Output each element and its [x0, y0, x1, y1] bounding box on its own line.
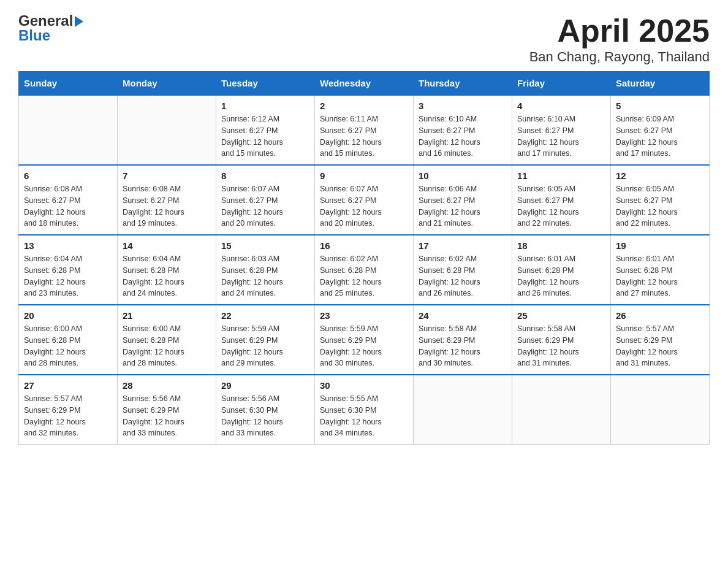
- day-number: 19: [616, 240, 704, 251]
- day-info: Sunrise: 6:02 AM Sunset: 6:28 PM Dayligh…: [419, 253, 507, 299]
- calendar-day-cell: 8Sunrise: 6:07 AM Sunset: 6:27 PM Daylig…: [216, 165, 315, 235]
- day-number: 30: [320, 380, 408, 391]
- page-title: April 2025: [529, 12, 710, 49]
- day-number: 29: [221, 380, 309, 391]
- day-info: Sunrise: 6:06 AM Sunset: 6:27 PM Dayligh…: [419, 183, 507, 229]
- day-number: 22: [221, 310, 309, 321]
- day-number: 27: [24, 380, 112, 391]
- calendar-day-cell: [414, 375, 512, 445]
- day-number: 8: [221, 170, 309, 181]
- day-info: Sunrise: 6:01 AM Sunset: 6:28 PM Dayligh…: [616, 253, 704, 299]
- day-number: 3: [419, 101, 507, 111]
- day-info: Sunrise: 5:57 AM Sunset: 6:29 PM Dayligh…: [616, 323, 704, 369]
- calendar-day-cell: 19Sunrise: 6:01 AM Sunset: 6:28 PM Dayli…: [611, 235, 710, 305]
- day-number: 20: [24, 310, 112, 321]
- calendar-day-cell: [19, 95, 118, 165]
- day-info: Sunrise: 5:59 AM Sunset: 6:29 PM Dayligh…: [221, 323, 309, 369]
- calendar-day-cell: 17Sunrise: 6:02 AM Sunset: 6:28 PM Dayli…: [414, 235, 512, 305]
- calendar-day-cell: 30Sunrise: 5:55 AM Sunset: 6:30 PM Dayli…: [315, 375, 414, 445]
- calendar-day-cell: 11Sunrise: 6:05 AM Sunset: 6:27 PM Dayli…: [512, 165, 611, 235]
- day-info: Sunrise: 6:04 AM Sunset: 6:28 PM Dayligh…: [24, 253, 112, 299]
- day-info: Sunrise: 6:00 AM Sunset: 6:28 PM Dayligh…: [123, 323, 211, 369]
- day-info: Sunrise: 6:07 AM Sunset: 6:27 PM Dayligh…: [320, 183, 408, 229]
- weekday-header-friday: Friday: [512, 72, 611, 96]
- day-number: 11: [517, 170, 605, 181]
- day-info: Sunrise: 6:11 AM Sunset: 6:27 PM Dayligh…: [320, 113, 408, 159]
- day-info: Sunrise: 6:12 AM Sunset: 6:27 PM Dayligh…: [221, 113, 309, 159]
- day-number: 23: [320, 310, 408, 321]
- calendar-day-cell: 28Sunrise: 5:56 AM Sunset: 6:29 PM Dayli…: [118, 375, 216, 445]
- calendar-day-cell: 14Sunrise: 6:04 AM Sunset: 6:28 PM Dayli…: [118, 235, 216, 305]
- day-number: 28: [123, 380, 211, 391]
- day-number: 17: [419, 240, 507, 251]
- day-info: Sunrise: 6:00 AM Sunset: 6:28 PM Dayligh…: [24, 323, 112, 369]
- calendar-week-row: 20Sunrise: 6:00 AM Sunset: 6:28 PM Dayli…: [19, 305, 710, 375]
- page-subtitle: Ban Chang, Rayong, Thailand: [529, 49, 710, 65]
- weekday-header-sunday: Sunday: [19, 72, 118, 96]
- calendar-day-cell: 2Sunrise: 6:11 AM Sunset: 6:27 PM Daylig…: [315, 95, 414, 165]
- day-number: 5: [616, 101, 704, 111]
- day-number: 2: [320, 101, 408, 111]
- calendar-day-cell: 25Sunrise: 5:58 AM Sunset: 6:29 PM Dayli…: [512, 305, 611, 375]
- calendar-day-cell: 1Sunrise: 6:12 AM Sunset: 6:27 PM Daylig…: [216, 95, 315, 165]
- calendar-day-cell: 13Sunrise: 6:04 AM Sunset: 6:28 PM Dayli…: [19, 235, 118, 305]
- logo-triangle-icon: [75, 16, 83, 27]
- calendar-day-cell: [512, 375, 611, 445]
- day-info: Sunrise: 6:08 AM Sunset: 6:27 PM Dayligh…: [24, 183, 112, 229]
- calendar-day-cell: 26Sunrise: 5:57 AM Sunset: 6:29 PM Dayli…: [611, 305, 710, 375]
- title-block: April 2025 Ban Chang, Rayong, Thailand: [529, 12, 710, 65]
- day-number: 9: [320, 170, 408, 181]
- calendar-day-cell: 3Sunrise: 6:10 AM Sunset: 6:27 PM Daylig…: [414, 95, 512, 165]
- day-info: Sunrise: 6:01 AM Sunset: 6:28 PM Dayligh…: [517, 253, 605, 299]
- calendar-table: SundayMondayTuesdayWednesdayThursdayFrid…: [18, 71, 710, 445]
- day-info: Sunrise: 5:56 AM Sunset: 6:29 PM Dayligh…: [123, 393, 211, 439]
- calendar-day-cell: 22Sunrise: 5:59 AM Sunset: 6:29 PM Dayli…: [216, 305, 315, 375]
- day-info: Sunrise: 6:04 AM Sunset: 6:28 PM Dayligh…: [123, 253, 211, 299]
- day-number: 21: [123, 310, 211, 321]
- calendar-week-row: 27Sunrise: 5:57 AM Sunset: 6:29 PM Dayli…: [19, 375, 710, 445]
- calendar-week-row: 1Sunrise: 6:12 AM Sunset: 6:27 PM Daylig…: [19, 95, 710, 165]
- day-number: 26: [616, 310, 704, 321]
- calendar-day-cell: 7Sunrise: 6:08 AM Sunset: 6:27 PM Daylig…: [118, 165, 216, 235]
- calendar-day-cell: 10Sunrise: 6:06 AM Sunset: 6:27 PM Dayli…: [414, 165, 512, 235]
- calendar-day-cell: 5Sunrise: 6:09 AM Sunset: 6:27 PM Daylig…: [611, 95, 710, 165]
- day-info: Sunrise: 5:58 AM Sunset: 6:29 PM Dayligh…: [419, 323, 507, 369]
- day-info: Sunrise: 5:57 AM Sunset: 6:29 PM Dayligh…: [24, 393, 112, 439]
- day-number: 10: [419, 170, 507, 181]
- day-number: 18: [517, 240, 605, 251]
- day-number: 14: [123, 240, 211, 251]
- day-info: Sunrise: 6:09 AM Sunset: 6:27 PM Dayligh…: [616, 113, 704, 159]
- day-info: Sunrise: 6:02 AM Sunset: 6:28 PM Dayligh…: [320, 253, 408, 299]
- day-info: Sunrise: 5:55 AM Sunset: 6:30 PM Dayligh…: [320, 393, 408, 439]
- calendar-day-cell: 6Sunrise: 6:08 AM Sunset: 6:27 PM Daylig…: [19, 165, 118, 235]
- day-info: Sunrise: 5:59 AM Sunset: 6:29 PM Dayligh…: [320, 323, 408, 369]
- day-info: Sunrise: 6:10 AM Sunset: 6:27 PM Dayligh…: [517, 113, 605, 159]
- day-number: 16: [320, 240, 408, 251]
- calendar-day-cell: 27Sunrise: 5:57 AM Sunset: 6:29 PM Dayli…: [19, 375, 118, 445]
- calendar-day-cell: 24Sunrise: 5:58 AM Sunset: 6:29 PM Dayli…: [414, 305, 512, 375]
- calendar-day-cell: 4Sunrise: 6:10 AM Sunset: 6:27 PM Daylig…: [512, 95, 611, 165]
- page-header: General Blue April 2025 Ban Chang, Rayon…: [18, 12, 710, 65]
- weekday-header-thursday: Thursday: [414, 72, 512, 96]
- day-number: 7: [123, 170, 211, 181]
- weekday-header-saturday: Saturday: [611, 72, 710, 96]
- calendar-header: SundayMondayTuesdayWednesdayThursdayFrid…: [19, 72, 710, 96]
- day-number: 24: [419, 310, 507, 321]
- calendar-week-row: 13Sunrise: 6:04 AM Sunset: 6:28 PM Dayli…: [19, 235, 710, 305]
- day-number: 4: [517, 101, 605, 111]
- day-info: Sunrise: 5:58 AM Sunset: 6:29 PM Dayligh…: [517, 323, 605, 369]
- calendar-day-cell: 20Sunrise: 6:00 AM Sunset: 6:28 PM Dayli…: [19, 305, 118, 375]
- calendar-week-row: 6Sunrise: 6:08 AM Sunset: 6:27 PM Daylig…: [19, 165, 710, 235]
- weekday-header-monday: Monday: [118, 72, 216, 96]
- day-info: Sunrise: 5:56 AM Sunset: 6:30 PM Dayligh…: [221, 393, 309, 439]
- day-number: 1: [221, 101, 309, 111]
- weekday-header-tuesday: Tuesday: [216, 72, 315, 96]
- logo: General Blue: [18, 12, 83, 44]
- calendar-day-cell: 21Sunrise: 6:00 AM Sunset: 6:28 PM Dayli…: [118, 305, 216, 375]
- day-number: 15: [221, 240, 309, 251]
- calendar-day-cell: 16Sunrise: 6:02 AM Sunset: 6:28 PM Dayli…: [315, 235, 414, 305]
- calendar-day-cell: 18Sunrise: 6:01 AM Sunset: 6:28 PM Dayli…: [512, 235, 611, 305]
- day-number: 12: [616, 170, 704, 181]
- calendar-day-cell: 23Sunrise: 5:59 AM Sunset: 6:29 PM Dayli…: [315, 305, 414, 375]
- calendar-day-cell: [118, 95, 216, 165]
